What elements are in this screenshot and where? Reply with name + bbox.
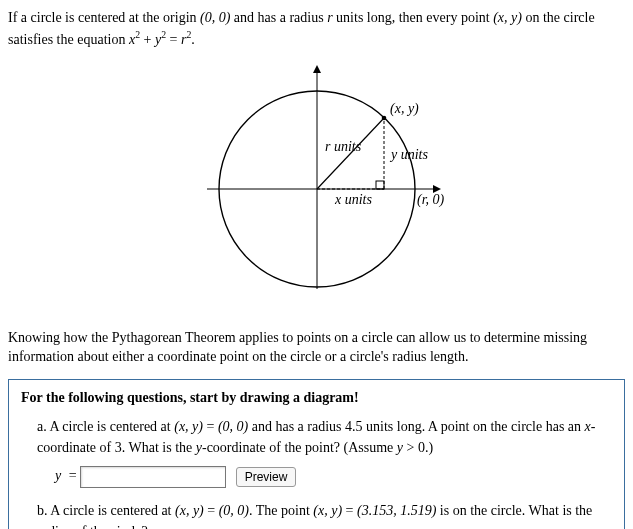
svg-rect-8 (376, 181, 384, 189)
svg-point-9 (381, 116, 386, 121)
svg-marker-1 (313, 65, 321, 73)
question-heading: For the following questions, start by dr… (21, 390, 612, 406)
label-y: y units (389, 147, 428, 162)
answer-row-a: y = Preview (55, 466, 612, 488)
label-r0: (r, 0) (417, 192, 445, 208)
label-r: r units (325, 139, 362, 154)
preview-button-a[interactable]: Preview (236, 467, 297, 487)
question-b: b. A circle is centered at (x, y) = (0, … (37, 500, 612, 529)
answer-input-a[interactable] (80, 466, 226, 488)
intro-text: If a circle is centered at the origin (0… (8, 8, 625, 49)
question-box: For the following questions, start by dr… (8, 379, 625, 529)
explanation-text: Knowing how the Pythagorean Theorem appl… (8, 328, 625, 367)
label-xy: (x, y) (390, 101, 419, 117)
var-label-y: y (55, 468, 61, 483)
circle-diagram: (x, y) r units y units x units (r, 0) (8, 59, 625, 303)
label-x: x units (334, 192, 372, 207)
equals-a: = (69, 468, 77, 483)
question-a: a. A circle is centered at (x, y) = (0, … (37, 416, 612, 458)
